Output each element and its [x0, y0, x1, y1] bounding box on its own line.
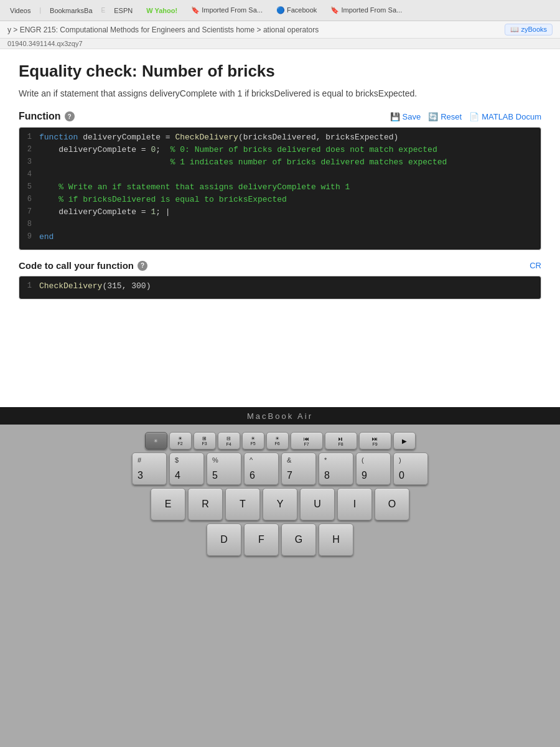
- browser-tab-bar: Videos | BookmarksBa E ESPN W Yahoo! 🔖 I…: [0, 0, 560, 21]
- reset-button[interactable]: 🔄 Reset: [428, 112, 462, 121]
- function-section: Function ? 💾 Save 🔄 Reset 📄 MATLAB Docum: [19, 111, 541, 299]
- code-editor[interactable]: 1 function deliveryComplete = CheckDeliv…: [19, 127, 541, 250]
- zybooks-button[interactable]: 📖 zyBooks: [505, 24, 553, 35]
- tab-yahoo[interactable]: W Yahoo!: [141, 4, 182, 17]
- code-line-8: 8: [19, 220, 541, 232]
- call-code-lines: 1 CheckDelivery(315, 300): [19, 276, 541, 299]
- save-button[interactable]: 💾 Save: [390, 112, 421, 121]
- code-line-2: 2 deliveryComplete = 0; % 0: Number of b…: [19, 145, 541, 157]
- code-line-7: 7 deliveryComplete = 1; |: [19, 207, 541, 220]
- call-reset-button[interactable]: CR: [530, 261, 541, 270]
- key-f5[interactable]: ☀ F5: [242, 432, 264, 449]
- key-arrow-right[interactable]: ▶: [393, 432, 416, 449]
- code-call-editor[interactable]: 1 CheckDelivery(315, 300): [19, 276, 541, 299]
- code-line-5: 5 % Write an if statement that assigns d…: [19, 182, 541, 195]
- tab-videos[interactable]: Videos: [5, 4, 35, 17]
- function-label: Function ?: [19, 111, 75, 122]
- key-u[interactable]: U: [300, 488, 335, 520]
- page-body: Equality check: Number of bricks Write a…: [0, 49, 560, 312]
- tab-imported2[interactable]: 🔖 Imported From Sa...: [325, 4, 407, 17]
- code-line-1: 1 function deliveryComplete = CheckDeliv…: [19, 133, 541, 145]
- code-call-label: Code to call your function ?: [19, 260, 147, 271]
- key-f6[interactable]: ☀ F6: [266, 432, 289, 449]
- page-description: Write an if statement that assigns deliv…: [19, 88, 541, 98]
- function-help-icon[interactable]: ?: [65, 111, 75, 121]
- key-7[interactable]: & 7: [281, 453, 316, 485]
- key-t[interactable]: T: [225, 488, 260, 520]
- key-3[interactable]: # 3: [132, 453, 167, 485]
- key-f[interactable]: F: [244, 524, 279, 556]
- key-6[interactable]: ^ 6: [244, 453, 279, 485]
- letter-row-1: E R T Y U I O: [151, 488, 409, 520]
- code-call-section: Code to call your function ? CR 1 CheckD…: [19, 260, 541, 299]
- key-f7[interactable]: ⏮ F7: [291, 432, 323, 449]
- laptop-area: MacBook Air ✳ ☀ F2 ⊞ F3 ⊟ F4 ☀ F5 ☀: [0, 407, 560, 747]
- tab-bookmarks[interactable]: BookmarksBa: [45, 4, 97, 17]
- code-line-3: 3 % 1 indicates number of bricks deliver…: [19, 157, 541, 170]
- browser-content: y > ENGR 215: Computational Methods for …: [0, 21, 560, 407]
- key-0[interactable]: ) 0: [393, 453, 428, 485]
- key-4[interactable]: $ 4: [169, 453, 204, 485]
- tab-imported1[interactable]: 🔖 Imported From Sa...: [186, 4, 268, 17]
- macbook-label: MacBook Air: [247, 405, 313, 427]
- key-f4[interactable]: ⊟ F4: [218, 432, 240, 449]
- url-bar: 01940.3491144.qx3zqy7: [0, 39, 560, 49]
- code-line-4: 4: [19, 170, 541, 182]
- tab-facebook[interactable]: 🔵 Facebook: [271, 4, 322, 17]
- key-f2[interactable]: ☀ F2: [169, 432, 192, 449]
- key-8[interactable]: * 8: [319, 453, 353, 485]
- key-y[interactable]: Y: [263, 488, 297, 520]
- breadcrumb-bar: y > ENGR 215: Computational Methods for …: [0, 21, 560, 39]
- tab-espn[interactable]: ESPN: [109, 4, 138, 17]
- toolbar-buttons: 💾 Save 🔄 Reset 📄 MATLAB Docum: [390, 112, 541, 121]
- code-line-9: 9 end: [19, 232, 541, 245]
- fn-row: ✳ ☀ F2 ⊞ F3 ⊟ F4 ☀ F5 ☀ F6 ⏮: [25, 432, 535, 449]
- key-fn[interactable]: ✳: [145, 432, 167, 449]
- letter-row-2: D F G H: [207, 524, 353, 556]
- page-title: Equality check: Number of bricks: [19, 62, 541, 81]
- key-r[interactable]: R: [188, 488, 223, 520]
- code-lines: 1 function deliveryComplete = CheckDeliv…: [19, 128, 541, 250]
- call-help-icon[interactable]: ?: [138, 261, 147, 271]
- call-code-line-1: 1 CheckDelivery(315, 300): [19, 281, 541, 294]
- key-h[interactable]: H: [319, 524, 353, 556]
- key-9[interactable]: ( 9: [356, 453, 391, 485]
- key-g[interactable]: G: [281, 524, 316, 556]
- key-5[interactable]: % 5: [207, 453, 241, 485]
- breadcrumb: y > ENGR 215: Computational Methods for …: [7, 26, 319, 34]
- key-f3[interactable]: ⊞ F3: [194, 432, 216, 449]
- key-f8[interactable]: ⏯ F8: [325, 432, 357, 449]
- key-d[interactable]: D: [207, 524, 241, 556]
- number-row: # 3 $ 4 % 5 ^ 6 & 7 * 8: [132, 453, 428, 485]
- function-header: Function ? 💾 Save 🔄 Reset 📄 MATLAB Docum: [19, 111, 541, 122]
- key-o[interactable]: O: [375, 488, 409, 520]
- key-i[interactable]: I: [337, 488, 372, 520]
- code-call-header: Code to call your function ? CR: [19, 260, 541, 271]
- key-e[interactable]: E: [151, 488, 185, 520]
- matlab-doc-button[interactable]: 📄 MATLAB Docum: [469, 112, 541, 121]
- key-f9[interactable]: ⏭ F9: [359, 432, 391, 449]
- code-line-6: 6 % if bricksDelivered is equal to brick…: [19, 195, 541, 207]
